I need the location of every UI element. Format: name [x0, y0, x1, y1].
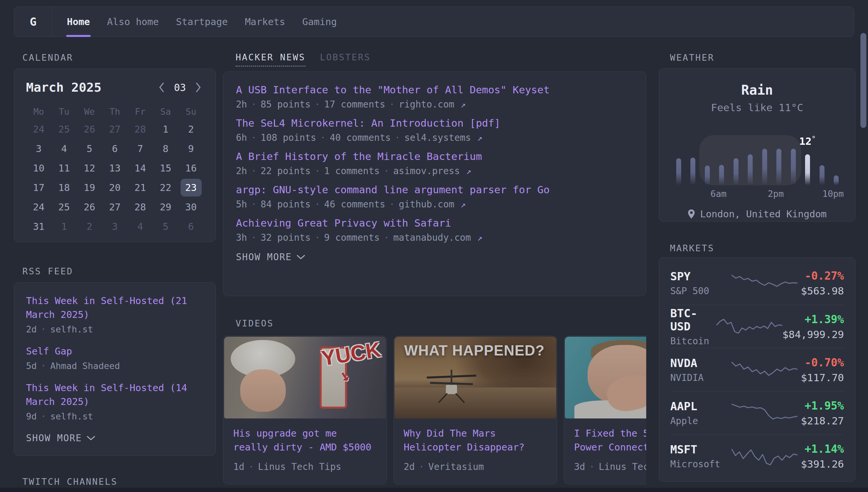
news-item[interactable]: A USB Interface to the "Mother of All De… — [236, 84, 633, 110]
rss-item[interactable]: Self Gap5d·Ahmad Shadeed — [26, 344, 204, 371]
calendar-day[interactable]: 5 — [77, 139, 102, 158]
calendar-day-number: 13 — [109, 163, 121, 174]
calendar-day[interactable]: 1 — [153, 119, 178, 139]
video-card[interactable]: YUCK↘His upgrade got me really dirty - A… — [223, 336, 387, 485]
calendar-day[interactable]: 7 — [128, 139, 153, 158]
news-item[interactable]: Achieving Great Privacy with Safari3h·32… — [236, 217, 633, 243]
calendar-day[interactable]: 4 — [51, 139, 77, 158]
calendar-day[interactable]: 26 — [77, 197, 102, 217]
news-item[interactable]: argp: GNU-style command line argument pa… — [236, 184, 633, 210]
calendar-prev-button[interactable] — [156, 80, 167, 94]
nav-logo-divider — [52, 7, 52, 36]
video-title: His upgrade got me really dirty - AMD $5… — [233, 426, 377, 454]
calendar-day[interactable]: 3 — [26, 139, 51, 158]
weather-section-label: WEATHER — [659, 52, 856, 63]
calendar-day[interactable]: 5 — [153, 217, 178, 236]
calendar-day[interactable]: 14 — [128, 158, 153, 178]
rss-item-source: Ahmad Shadeed — [50, 361, 120, 371]
calendar-day[interactable]: 2 — [77, 217, 102, 236]
jacket-shape — [574, 400, 646, 418]
calendar-day[interactable]: 12 — [77, 158, 102, 178]
video-thumbnail[interactable]: WHAT HAPPENED? — [394, 337, 556, 418]
nav-tab-also-home[interactable]: Also home — [99, 7, 167, 36]
meta-dot-separator: · — [315, 199, 320, 209]
external-link-icon: ↗ — [466, 166, 471, 176]
market-row-nvda[interactable]: NVDANVIDIA-0.70%$117.70 — [670, 348, 844, 391]
nav-tab-markets[interactable]: Markets — [236, 7, 294, 36]
rss-item[interactable]: This Week in Self-Hosted (14 March 2025)… — [26, 381, 204, 421]
tab-hacker-news[interactable]: HACKER NEWS — [236, 52, 306, 67]
news-item-age: 2h — [236, 99, 247, 110]
market-row-aapl[interactable]: AAPLApple+1.95%$218.27 — [670, 391, 844, 434]
news-item[interactable]: The SeL4 Microkernel: An Introduction [p… — [236, 117, 633, 143]
external-link-icon: ↗ — [477, 133, 482, 143]
market-row-spy[interactable]: SPYS&P 500-0.27%$563.98 — [670, 262, 844, 305]
weather-bar-current — [805, 154, 810, 185]
calendar-day[interactable]: 8 — [153, 139, 178, 158]
video-card[interactable]: WHAT HAPPENED?Why Did The Mars Helicopte… — [393, 336, 557, 485]
calendar-day[interactable]: 30 — [178, 197, 204, 217]
news-show-more-button[interactable]: SHOW MORE — [236, 252, 305, 263]
calendar-day[interactable]: 22 — [153, 178, 178, 197]
meta-dot-separator: · — [41, 412, 46, 421]
rss-item-age: 2d — [26, 324, 37, 335]
calendar-day[interactable]: 19 — [77, 178, 102, 197]
calendar-day[interactable]: 21 — [128, 178, 153, 197]
calendar-day[interactable]: 15 — [153, 158, 178, 178]
calendar-day[interactable]: 2 — [178, 119, 204, 139]
calendar-day-number: 27 — [109, 124, 121, 135]
calendar-day[interactable]: 29 — [153, 197, 178, 217]
video-thumbnail[interactable]: YUCK↘ — [224, 337, 386, 418]
meta-dot-separator: · — [320, 133, 325, 143]
nav-tab-startpage[interactable]: Startpage — [167, 7, 236, 36]
calendar-day-number: 25 — [58, 124, 70, 135]
calendar-day[interactable]: 24 — [26, 119, 51, 139]
page-scrollbar-thumb[interactable] — [861, 33, 866, 128]
calendar-day[interactable]: 6 — [102, 139, 128, 158]
market-change: -0.70% — [797, 356, 844, 369]
calendar-day[interactable]: 16 — [178, 158, 204, 178]
calendar-day[interactable]: 28 — [128, 119, 153, 139]
calendar-day[interactable]: 13 — [102, 158, 128, 178]
video-card[interactable]: DOTHTI Fixed the 5 Power Connect3d·Linus… — [564, 336, 646, 485]
rss-show-more-button[interactable]: SHOW MORE — [26, 433, 95, 444]
weekday-label: We — [77, 106, 102, 117]
calendar-day[interactable]: 9 — [178, 139, 204, 158]
video-thumbnail[interactable]: DOTHT — [565, 337, 646, 418]
calendar-day-number: 22 — [160, 182, 172, 193]
nav-tab-gaming[interactable]: Gaming — [294, 7, 345, 36]
calendar-day[interactable]: 27 — [102, 197, 128, 217]
calendar-day[interactable]: 10 — [26, 158, 51, 178]
calendar-day-number: 28 — [134, 201, 146, 213]
calendar-day[interactable]: 28 — [128, 197, 153, 217]
rss-item[interactable]: This Week in Self-Hosted (21 March 2025)… — [26, 294, 204, 335]
news-list: A USB Interface to the "Mother of All De… — [236, 84, 633, 250]
active-tab-indicator — [66, 35, 90, 37]
calendar-day[interactable]: 26 — [77, 119, 102, 139]
news-item[interactable]: A Brief History of the Miracle Bacterium… — [236, 150, 633, 176]
calendar-day[interactable]: 20 — [102, 178, 128, 197]
calendar-day[interactable]: 11 — [51, 158, 77, 178]
nav-tab-home[interactable]: Home — [58, 7, 99, 36]
market-row-btc-usd[interactable]: BTC-USDBitcoin+1.39%$84,999.29 — [670, 305, 844, 348]
calendar-day-number: 2 — [87, 221, 92, 232]
calendar-day[interactable]: 6 — [178, 217, 204, 236]
market-identity: SPYS&P 500 — [670, 270, 732, 296]
calendar-next-button[interactable] — [192, 80, 204, 94]
rss-show-more-label: SHOW MORE — [26, 433, 82, 444]
calendar-day[interactable]: 17 — [26, 178, 51, 197]
calendar-day[interactable]: 25 — [51, 119, 77, 139]
calendar-day-number: 7 — [137, 143, 143, 154]
market-row-msft[interactable]: MSFTMicrosoft+1.14%$391.26 — [670, 434, 844, 477]
calendar-day-selected[interactable]: 23 — [178, 178, 204, 197]
calendar-day[interactable]: 3 — [102, 217, 128, 236]
calendar-day[interactable]: 1 — [51, 217, 77, 236]
calendar-day-number: 19 — [84, 182, 95, 193]
calendar-day[interactable]: 25 — [51, 197, 77, 217]
calendar-day[interactable]: 4 — [128, 217, 153, 236]
tab-lobsters[interactable]: LOBSTERS — [320, 52, 371, 66]
calendar-day[interactable]: 27 — [102, 119, 128, 139]
calendar-day[interactable]: 31 — [26, 217, 51, 236]
calendar-day[interactable]: 18 — [51, 178, 77, 197]
calendar-day[interactable]: 24 — [26, 197, 51, 217]
